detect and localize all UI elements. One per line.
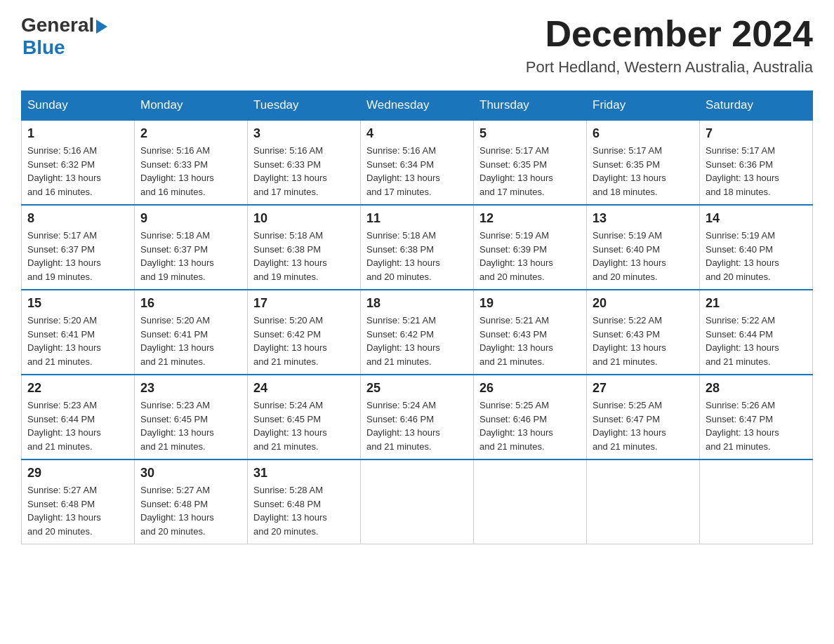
day-cell: 11Sunrise: 5:18 AMSunset: 6:38 PMDayligh… — [361, 205, 474, 290]
day-cell: 18Sunrise: 5:21 AMSunset: 6:42 PMDayligh… — [361, 290, 474, 375]
calendar-week-row: 8Sunrise: 5:17 AMSunset: 6:37 PMDaylight… — [22, 205, 813, 290]
day-number: 23 — [140, 381, 241, 396]
day-info: Sunrise: 5:23 AMSunset: 6:44 PMDaylight:… — [27, 398, 128, 453]
day-cell: 30Sunrise: 5:27 AMSunset: 6:48 PMDayligh… — [135, 459, 248, 544]
day-number: 25 — [366, 381, 468, 396]
calendar-table: SundayMondayTuesdayWednesdayThursdayFrid… — [21, 90, 813, 544]
day-info: Sunrise: 5:27 AMSunset: 6:48 PMDaylight:… — [27, 483, 128, 538]
day-number: 12 — [479, 211, 581, 226]
empty-day-cell — [474, 459, 587, 544]
calendar-week-row: 1Sunrise: 5:16 AMSunset: 6:32 PMDaylight… — [22, 120, 813, 205]
day-cell: 26Sunrise: 5:25 AMSunset: 6:46 PMDayligh… — [474, 375, 587, 459]
day-info: Sunrise: 5:16 AMSunset: 6:32 PMDaylight:… — [27, 144, 128, 199]
day-of-week-tuesday: Tuesday — [248, 91, 361, 121]
day-number: 6 — [593, 126, 694, 141]
day-of-week-friday: Friday — [587, 91, 700, 121]
day-number: 30 — [140, 466, 241, 481]
logo: General Blue — [21, 14, 107, 59]
day-info: Sunrise: 5:24 AMSunset: 6:46 PMDaylight:… — [366, 398, 468, 453]
day-number: 7 — [706, 126, 807, 141]
day-number: 4 — [366, 126, 468, 141]
day-info: Sunrise: 5:23 AMSunset: 6:45 PMDaylight:… — [140, 398, 241, 453]
day-cell: 4Sunrise: 5:16 AMSunset: 6:34 PMDaylight… — [361, 120, 474, 205]
empty-day-cell — [700, 459, 813, 544]
day-info: Sunrise: 5:19 AMSunset: 6:39 PMDaylight:… — [479, 229, 581, 283]
day-number: 27 — [593, 381, 694, 396]
day-cell: 27Sunrise: 5:25 AMSunset: 6:47 PMDayligh… — [587, 375, 700, 459]
logo-triangle-icon — [94, 18, 107, 32]
day-cell: 29Sunrise: 5:27 AMSunset: 6:48 PMDayligh… — [22, 459, 135, 544]
day-info: Sunrise: 5:17 AMSunset: 6:35 PMDaylight:… — [479, 144, 581, 199]
empty-day-cell — [587, 459, 700, 544]
day-cell: 1Sunrise: 5:16 AMSunset: 6:32 PMDaylight… — [22, 120, 135, 205]
day-info: Sunrise: 5:25 AMSunset: 6:46 PMDaylight:… — [479, 398, 581, 453]
day-info: Sunrise: 5:18 AMSunset: 6:38 PMDaylight:… — [253, 229, 355, 283]
day-number: 1 — [27, 126, 128, 141]
month-title: December 2024 — [526, 14, 813, 54]
day-number: 11 — [366, 211, 468, 226]
day-of-week-saturday: Saturday — [700, 91, 813, 121]
day-number: 13 — [593, 211, 694, 226]
empty-day-cell — [361, 459, 474, 544]
day-number: 8 — [27, 211, 128, 226]
day-cell: 15Sunrise: 5:20 AMSunset: 6:41 PMDayligh… — [22, 290, 135, 375]
day-cell: 23Sunrise: 5:23 AMSunset: 6:45 PMDayligh… — [135, 375, 248, 459]
day-number: 16 — [140, 296, 241, 311]
day-cell: 7Sunrise: 5:17 AMSunset: 6:36 PMDaylight… — [700, 120, 813, 205]
day-cell: 3Sunrise: 5:16 AMSunset: 6:33 PMDaylight… — [248, 120, 361, 205]
day-cell: 21Sunrise: 5:22 AMSunset: 6:44 PMDayligh… — [700, 290, 813, 375]
day-cell: 6Sunrise: 5:17 AMSunset: 6:35 PMDaylight… — [587, 120, 700, 205]
day-cell: 12Sunrise: 5:19 AMSunset: 6:39 PMDayligh… — [474, 205, 587, 290]
calendar-week-row: 22Sunrise: 5:23 AMSunset: 6:44 PMDayligh… — [22, 375, 813, 459]
day-cell: 13Sunrise: 5:19 AMSunset: 6:40 PMDayligh… — [587, 205, 700, 290]
day-cell: 9Sunrise: 5:18 AMSunset: 6:37 PMDaylight… — [135, 205, 248, 290]
day-number: 14 — [706, 211, 807, 226]
day-cell: 5Sunrise: 5:17 AMSunset: 6:35 PMDaylight… — [474, 120, 587, 205]
calendar-header-row: SundayMondayTuesdayWednesdayThursdayFrid… — [22, 91, 813, 121]
day-number: 20 — [593, 296, 694, 311]
day-info: Sunrise: 5:20 AMSunset: 6:41 PMDaylight:… — [27, 314, 128, 368]
day-cell: 22Sunrise: 5:23 AMSunset: 6:44 PMDayligh… — [22, 375, 135, 459]
day-number: 26 — [479, 381, 581, 396]
day-cell: 19Sunrise: 5:21 AMSunset: 6:43 PMDayligh… — [474, 290, 587, 375]
day-cell: 28Sunrise: 5:26 AMSunset: 6:47 PMDayligh… — [700, 375, 813, 459]
day-info: Sunrise: 5:16 AMSunset: 6:33 PMDaylight:… — [140, 144, 241, 199]
day-info: Sunrise: 5:20 AMSunset: 6:42 PMDaylight:… — [253, 314, 355, 368]
day-info: Sunrise: 5:22 AMSunset: 6:43 PMDaylight:… — [593, 314, 694, 368]
day-cell: 20Sunrise: 5:22 AMSunset: 6:43 PMDayligh… — [587, 290, 700, 375]
day-cell: 2Sunrise: 5:16 AMSunset: 6:33 PMDaylight… — [135, 120, 248, 205]
day-info: Sunrise: 5:27 AMSunset: 6:48 PMDaylight:… — [140, 483, 241, 538]
day-info: Sunrise: 5:17 AMSunset: 6:36 PMDaylight:… — [706, 144, 807, 199]
day-cell: 25Sunrise: 5:24 AMSunset: 6:46 PMDayligh… — [361, 375, 474, 459]
day-number: 22 — [27, 381, 128, 396]
page-header: General Blue December 2024 Port Hedland,… — [21, 14, 813, 76]
title-area: December 2024 Port Hedland, Western Aust… — [526, 14, 813, 76]
location-title: Port Hedland, Western Australia, Austral… — [526, 58, 813, 76]
logo-blue: Blue — [22, 36, 65, 59]
day-cell: 17Sunrise: 5:20 AMSunset: 6:42 PMDayligh… — [248, 290, 361, 375]
day-cell: 10Sunrise: 5:18 AMSunset: 6:38 PMDayligh… — [248, 205, 361, 290]
day-number: 28 — [706, 381, 807, 396]
day-info: Sunrise: 5:24 AMSunset: 6:45 PMDaylight:… — [253, 398, 355, 453]
day-cell: 14Sunrise: 5:19 AMSunset: 6:40 PMDayligh… — [700, 205, 813, 290]
day-info: Sunrise: 5:21 AMSunset: 6:43 PMDaylight:… — [479, 314, 581, 368]
day-number: 5 — [479, 126, 581, 141]
day-number: 15 — [27, 296, 128, 311]
day-info: Sunrise: 5:20 AMSunset: 6:41 PMDaylight:… — [140, 314, 241, 368]
day-cell: 24Sunrise: 5:24 AMSunset: 6:45 PMDayligh… — [248, 375, 361, 459]
day-number: 31 — [253, 466, 355, 481]
calendar-week-row: 29Sunrise: 5:27 AMSunset: 6:48 PMDayligh… — [22, 459, 813, 544]
day-info: Sunrise: 5:19 AMSunset: 6:40 PMDaylight:… — [706, 229, 807, 283]
day-info: Sunrise: 5:17 AMSunset: 6:37 PMDaylight:… — [27, 229, 128, 283]
day-number: 9 — [140, 211, 241, 226]
day-info: Sunrise: 5:19 AMSunset: 6:40 PMDaylight:… — [593, 229, 694, 283]
day-info: Sunrise: 5:18 AMSunset: 6:37 PMDaylight:… — [140, 229, 241, 283]
day-info: Sunrise: 5:17 AMSunset: 6:35 PMDaylight:… — [593, 144, 694, 199]
day-info: Sunrise: 5:22 AMSunset: 6:44 PMDaylight:… — [706, 314, 807, 368]
day-info: Sunrise: 5:16 AMSunset: 6:33 PMDaylight:… — [253, 144, 355, 199]
day-info: Sunrise: 5:21 AMSunset: 6:42 PMDaylight:… — [366, 314, 468, 368]
day-info: Sunrise: 5:18 AMSunset: 6:38 PMDaylight:… — [366, 229, 468, 283]
day-info: Sunrise: 5:26 AMSunset: 6:47 PMDaylight:… — [706, 398, 807, 453]
logo-general: General — [21, 14, 94, 36]
day-cell: 16Sunrise: 5:20 AMSunset: 6:41 PMDayligh… — [135, 290, 248, 375]
